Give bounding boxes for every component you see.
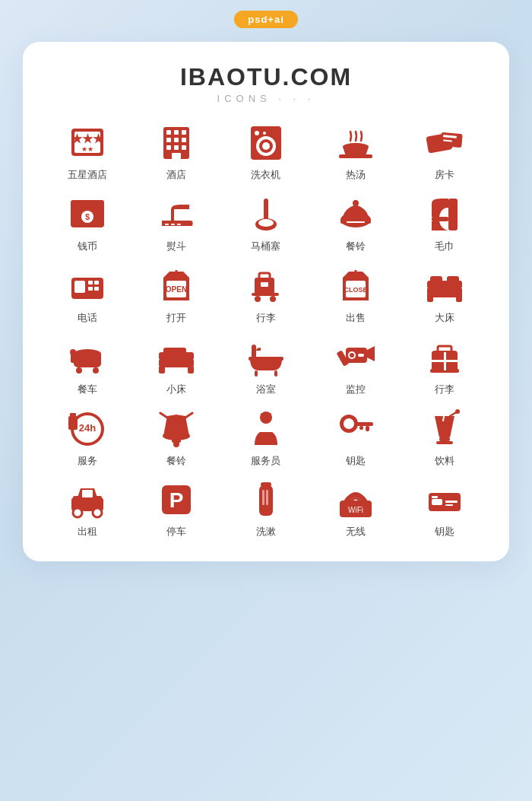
- close-sign-icon: CLOSE: [335, 265, 376, 307]
- svg-rect-29: [71, 200, 104, 206]
- svg-rect-116: [436, 441, 453, 444]
- svg-point-72: [76, 367, 82, 373]
- icon-item: 酒店: [135, 122, 219, 182]
- icon-label: 洗漱: [256, 526, 276, 539]
- svg-point-73: [93, 367, 99, 373]
- svg-point-37: [258, 219, 274, 227]
- svg-point-118: [455, 409, 460, 414]
- svg-rect-66: [456, 294, 462, 302]
- icon-label: 钥匙: [346, 455, 366, 468]
- icon-label: 电话: [78, 312, 97, 325]
- parking-icon: P: [156, 479, 197, 520]
- icon-item: 毛巾: [403, 194, 486, 253]
- icon-label: 房卡: [435, 169, 454, 182]
- svg-rect-9: [174, 138, 179, 142]
- small-bed-icon: [156, 337, 197, 378]
- phone-icon: [67, 265, 108, 307]
- icons-grid: ★★★ ★★ 五星酒店: [46, 122, 486, 539]
- card-title: IBAOTU.COM: [46, 63, 486, 91]
- svg-text:★★: ★★: [81, 145, 93, 153]
- icon-item: 餐铃: [314, 194, 397, 253]
- icon-label: 行李: [435, 383, 454, 396]
- svg-rect-45: [432, 217, 448, 221]
- svg-rect-11: [166, 145, 171, 150]
- five-star-hotel-icon: ★★★ ★★: [67, 122, 108, 164]
- icon-item: 行李: [224, 265, 308, 325]
- icon-item: CLOSE 出售: [314, 265, 397, 325]
- iron-icon: [156, 194, 197, 235]
- icon-label: 服务员: [251, 455, 280, 468]
- dining-cart-icon: [67, 337, 108, 378]
- svg-point-105: [173, 441, 179, 447]
- svg-rect-51: [94, 287, 99, 291]
- svg-rect-115: [439, 437, 450, 441]
- icon-label: 监控: [346, 383, 366, 396]
- wifi-icon: WiFi: [335, 479, 376, 520]
- icon-item: 餐车: [46, 337, 129, 396]
- luggage-cart-icon: [245, 265, 287, 307]
- hotel-icon: [156, 122, 197, 164]
- svg-rect-113: [359, 426, 363, 430]
- svg-rect-7: [182, 130, 186, 135]
- svg-rect-60: [261, 282, 268, 287]
- svg-text:$: $: [85, 212, 90, 221]
- icon-item: ★★★ ★★ 五星酒店: [46, 122, 129, 182]
- svg-rect-130: [262, 490, 264, 505]
- towel-icon: [424, 194, 465, 235]
- svg-rect-138: [432, 496, 438, 498]
- wash-icon: [245, 479, 287, 520]
- svg-rect-125: [84, 490, 87, 497]
- suitcase-icon: [424, 337, 465, 378]
- svg-point-89: [350, 353, 354, 358]
- icon-item: $ 钱币: [46, 194, 129, 253]
- icon-item: 服务员: [224, 408, 308, 468]
- svg-point-75: [70, 349, 76, 355]
- taxi-icon: [67, 479, 108, 520]
- icon-label: 停车: [166, 526, 186, 539]
- icon-label: 洗衣机: [251, 169, 280, 182]
- svg-rect-107: [261, 413, 271, 416]
- svg-rect-50: [88, 287, 93, 291]
- svg-rect-32: [165, 224, 169, 225]
- plunger-icon: [245, 194, 287, 235]
- svg-marker-114: [435, 416, 454, 437]
- icon-item: 出租: [46, 479, 129, 539]
- svg-rect-111: [356, 422, 373, 426]
- svg-rect-137: [445, 504, 453, 506]
- icon-item: 大床: [403, 265, 486, 325]
- icon-label: 五星酒店: [68, 169, 107, 182]
- icon-item: 浴室: [224, 337, 308, 396]
- svg-rect-135: [432, 499, 442, 505]
- bathtub-icon: [245, 337, 287, 378]
- svg-rect-131: [266, 490, 268, 505]
- large-bed-icon: [424, 265, 465, 307]
- icon-label: 打开: [166, 312, 186, 325]
- svg-rect-92: [438, 346, 451, 352]
- icon-label: 钱币: [78, 240, 97, 253]
- svg-rect-69: [447, 276, 459, 284]
- icon-label: 出售: [346, 312, 366, 325]
- svg-point-59: [270, 296, 276, 302]
- svg-rect-56: [259, 273, 270, 279]
- icon-label: 马桶塞: [251, 240, 280, 253]
- svg-rect-78: [188, 366, 194, 373]
- icon-label: 行李: [256, 312, 276, 325]
- icon-item: OPEN 打开: [135, 265, 219, 325]
- svg-rect-68: [430, 276, 442, 284]
- svg-rect-44: [448, 199, 458, 230]
- svg-point-19: [255, 131, 259, 135]
- svg-text:WiFi: WiFi: [348, 506, 363, 514]
- svg-rect-33: [171, 224, 175, 225]
- svg-rect-6: [174, 130, 179, 135]
- icon-item: 24h 服务: [46, 408, 129, 468]
- svg-rect-12: [174, 145, 179, 150]
- icon-item: 熨斗: [135, 194, 219, 253]
- svg-rect-22: [339, 154, 372, 158]
- icon-item: 餐铃: [135, 408, 219, 468]
- svg-rect-77: [159, 366, 165, 373]
- icon-label: 小床: [166, 383, 186, 396]
- svg-rect-42: [354, 200, 357, 205]
- svg-marker-87: [367, 346, 375, 361]
- icon-label: 出租: [78, 526, 97, 539]
- icon-item: 洗衣机: [224, 122, 308, 182]
